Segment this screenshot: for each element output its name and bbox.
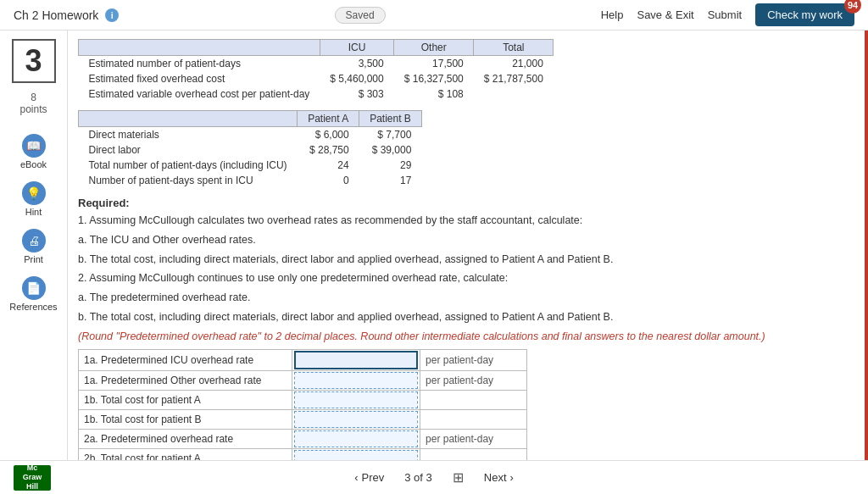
table-row: Direct materials $ 6,000 $ 7,700 xyxy=(79,127,422,143)
top-bar-right: Help Save & Exit Submit Check my work 94 xyxy=(601,3,854,26)
question-number: 3 xyxy=(12,39,56,83)
info-icon[interactable]: i xyxy=(105,8,119,22)
next-label: Next xyxy=(484,471,507,484)
references-icon: 📄 xyxy=(22,276,46,300)
check-work-wrap: Check my work 94 xyxy=(755,3,854,26)
next-button[interactable]: Next › xyxy=(484,471,514,484)
sidebar-item-ebook[interactable]: 📖 eBook xyxy=(4,129,64,175)
instruction-1: 1. Assuming McCullough calculates two ov… xyxy=(78,213,851,229)
table-row: Estimated variable overhead cost per pat… xyxy=(79,86,554,102)
bottom-bar: Mc Graw Hill ‹ Prev 3 of 3 ⊞ Next › xyxy=(0,460,868,494)
overhead-data-table: ICU Other Total Estimated number of pati… xyxy=(78,39,554,102)
instruction-2a: a. The predetermined overhead rate. xyxy=(78,290,851,306)
sidebar-item-print[interactable]: 🖨 Print xyxy=(4,224,64,269)
submit-button[interactable]: Submit xyxy=(708,8,742,21)
unit-1b-b xyxy=(420,409,527,429)
answer-input-cell-2a xyxy=(292,429,420,448)
answer-label-1b-a: 1b. Total cost for patient A xyxy=(79,390,292,409)
instruction-2b: b. The total cost, including direct mate… xyxy=(78,309,851,325)
ebook-icon: 📖 xyxy=(22,134,46,158)
answer-row-1a-other: 1a. Predetermined Other overhead rate pe… xyxy=(79,370,527,390)
table-row: Number of patient-days spent in ICU 0 17 xyxy=(79,173,422,188)
help-button[interactable]: Help xyxy=(601,8,624,21)
hint-icon: 💡 xyxy=(22,181,46,205)
saved-badge: Saved xyxy=(335,7,386,24)
col-icu: ICU xyxy=(320,40,393,56)
answer-row-1a-icu: 1a. Predetermined ICU overhead rate per … xyxy=(79,349,527,370)
answer-row-1b-b: 1b. Total cost for patient B xyxy=(79,409,527,429)
input-1a-other[interactable] xyxy=(294,372,418,389)
required-label: Required: xyxy=(78,197,851,209)
table-row: Total number of patient-days (including … xyxy=(79,158,422,173)
input-2a[interactable] xyxy=(294,430,418,447)
instruction-1a: a. The ICU and Other overhead rates. xyxy=(78,232,851,248)
input-1a-icu[interactable] xyxy=(294,351,418,369)
prev-button[interactable]: ‹ Prev xyxy=(354,471,384,484)
page-title: Ch 2 Homework xyxy=(14,8,98,22)
points-display: 8 points xyxy=(19,92,47,115)
sidebar-icons: 📖 eBook 💡 Hint 🖨 Print 📄 References xyxy=(4,129,64,317)
sidebar: 3 8 points 📖 eBook 💡 Hint 🖨 Print 📄 Refe… xyxy=(0,31,68,494)
col-patient-b: Patient B xyxy=(359,111,422,127)
input-1b-a[interactable] xyxy=(294,391,418,408)
badge-count: 94 xyxy=(844,0,861,14)
patient-data-table: Patient A Patient B Direct materials $ 6… xyxy=(78,110,422,188)
answer-row-2a: 2a. Predetermined overhead rate per pati… xyxy=(79,429,527,448)
instruction-1b: b. The total cost, including direct mate… xyxy=(78,252,851,268)
current-page: 3 xyxy=(404,471,410,484)
prev-arrow-icon: ‹ xyxy=(354,471,358,484)
page-info: 3 of 3 xyxy=(404,471,432,484)
answer-input-cell-1b-a xyxy=(292,390,420,409)
ebook-label: eBook xyxy=(20,159,47,169)
unit-1a-icu: per patient-day xyxy=(420,349,527,370)
points-label: points xyxy=(19,103,47,115)
answer-label-1b-b: 1b. Total cost for patient B xyxy=(79,409,292,429)
unit-1b-a xyxy=(420,390,527,409)
print-label: Print xyxy=(24,254,43,264)
instruction-2: 2. Assuming McCullough continues to use … xyxy=(78,270,851,286)
print-icon: 🖨 xyxy=(22,229,46,253)
main-layout: 3 8 points 📖 eBook 💡 Hint 🖨 Print 📄 Refe… xyxy=(0,31,868,494)
hint-label: Hint xyxy=(25,207,42,217)
col-patient-a: Patient A xyxy=(298,111,359,127)
table-row: Estimated number of patient-days 3,500 1… xyxy=(79,56,554,72)
col-total: Total xyxy=(474,40,554,56)
logo-line3: Hill xyxy=(23,482,42,491)
rounding-note: (Round "Predetermined overhead rate" to … xyxy=(78,330,851,342)
saved-indicator: Saved xyxy=(335,8,386,21)
total-pages: 3 xyxy=(426,471,432,484)
col-other: Other xyxy=(394,40,474,56)
unit-2a: per patient-day xyxy=(420,429,527,448)
answer-input-cell-1b-b xyxy=(292,409,420,429)
answer-label-2a: 2a. Predetermined overhead rate xyxy=(79,429,292,448)
grid-icon[interactable]: ⊞ xyxy=(453,469,464,486)
answer-label-1a-icu: 1a. Predetermined ICU overhead rate xyxy=(79,349,292,370)
logo-line2: Graw xyxy=(23,473,42,482)
mcgraw-hill-logo: Mc Graw Hill xyxy=(14,465,51,491)
next-arrow-icon: › xyxy=(510,471,514,484)
logo-line1: Mc xyxy=(23,463,42,473)
sidebar-item-references[interactable]: 📄 References xyxy=(4,271,64,317)
table-row: Direct labor $ 28,750 $ 39,000 xyxy=(79,142,422,158)
top-bar: Ch 2 Homework i Saved Help Save & Exit S… xyxy=(0,0,868,31)
input-1b-b[interactable] xyxy=(294,411,418,428)
answer-input-cell-1a-other xyxy=(292,370,420,390)
sidebar-item-hint[interactable]: 💡 Hint xyxy=(4,176,64,222)
top-bar-left: Ch 2 Homework i xyxy=(14,8,119,22)
red-bar xyxy=(865,31,868,494)
check-work-button[interactable]: Check my work xyxy=(755,3,854,26)
of-label: of xyxy=(414,471,426,484)
references-label: References xyxy=(9,302,57,312)
answer-row-1b-a: 1b. Total cost for patient A xyxy=(79,390,527,409)
answer-label-1a-other: 1a. Predetermined Other overhead rate xyxy=(79,370,292,390)
prev-label: Prev xyxy=(361,471,384,484)
points-value: 8 xyxy=(31,92,36,103)
table-row: Estimated fixed overhead cost $ 5,460,00… xyxy=(79,71,554,86)
unit-1a-other: per patient-day xyxy=(420,370,527,390)
answer-input-cell-1a-icu xyxy=(292,349,420,370)
content-area: ICU Other Total Estimated number of pati… xyxy=(68,31,865,494)
save-exit-button[interactable]: Save & Exit xyxy=(637,8,693,21)
